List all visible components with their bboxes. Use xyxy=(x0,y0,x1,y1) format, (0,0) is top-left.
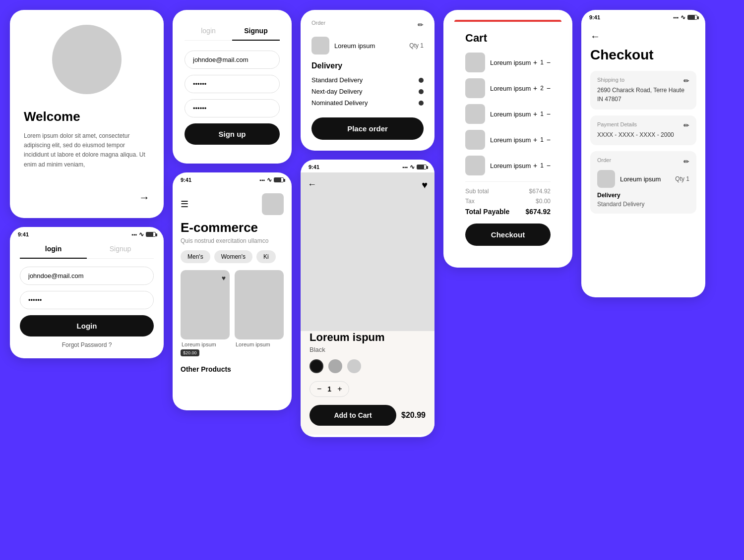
color-options xyxy=(310,359,426,373)
order-delivery-card: Order ✏ Loreum ipsum Qty 1 Delivery Stan… xyxy=(301,10,434,151)
cart-qty-3: + 1 − xyxy=(533,110,551,118)
radio-dot-2[interactable] xyxy=(419,89,424,94)
order-thumbnail xyxy=(311,37,329,55)
checkout-order-qty: Qty 1 xyxy=(675,175,689,182)
login-phone-card: 9:41 ▪▪▪ ∿ login Signup Login Forgot Pas… xyxy=(10,227,164,358)
cart-qty-val-3: 1 xyxy=(540,111,544,117)
cart-thumb-3 xyxy=(465,104,485,124)
heart-icon-1[interactable]: ♥ xyxy=(222,274,226,282)
payment-edit-icon[interactable]: ✏ xyxy=(683,121,689,129)
password-input[interactable] xyxy=(20,291,154,309)
cart-item-name-1: Loreum ipsum xyxy=(490,59,533,66)
subtotal-value: $674.92 xyxy=(529,188,551,195)
signup-card: login Signup Sign up xyxy=(173,10,292,164)
login-button[interactable]: Login xyxy=(20,315,154,336)
email-input[interactable] xyxy=(20,267,154,285)
product-time: 9:41 xyxy=(309,164,319,170)
cart-minus-1[interactable]: − xyxy=(547,58,551,66)
product-name: Loreum ispum xyxy=(310,331,426,344)
signup-button[interactable]: Sign up xyxy=(185,123,280,145)
ecommerce-header: ☰ xyxy=(173,185,292,220)
ecommerce-subtitle: Quis nostrud exercitation ullamco xyxy=(173,237,292,250)
cart-minus-5[interactable]: − xyxy=(547,162,551,169)
other-products-label: Other Products xyxy=(173,365,292,373)
checkout-content: ← Checkout Shipping to 2690 Charack Road… xyxy=(581,23,705,227)
tax-value: $0.00 xyxy=(536,198,551,205)
wifi-icon: ∿ xyxy=(267,176,272,183)
checkout-card: 9:41 ▪▪▪ ∿ ← Checkout Shipping to 2690 C… xyxy=(581,10,705,297)
signup-confirm-input[interactable] xyxy=(185,99,280,117)
checkout-order-row: Loreum ipsum Qty 1 xyxy=(597,170,689,188)
product-price-1: $20.00 xyxy=(181,349,199,356)
qty-plus-button[interactable]: + xyxy=(337,385,342,393)
signal-icon: ▪▪▪ xyxy=(131,232,137,237)
cart-minus-3[interactable]: − xyxy=(547,110,551,118)
checkout-button[interactable]: Checkout xyxy=(465,224,551,246)
cart-add-2[interactable]: + xyxy=(533,84,537,92)
time-display: 9:41 xyxy=(18,231,29,237)
radio-dot-1[interactable] xyxy=(419,78,424,83)
tab-signup[interactable]: Signup xyxy=(87,240,154,258)
checkout-status-icons: ▪▪▪ ∿ xyxy=(673,14,697,21)
product-thumb-2 xyxy=(235,270,284,339)
next-arrow-button[interactable]: → xyxy=(139,191,150,204)
product-item-1: ♥ Loreum ipsum $20.00 xyxy=(181,270,230,356)
hamburger-icon[interactable]: ☰ xyxy=(181,199,188,210)
delivery-title: Delivery xyxy=(311,61,424,70)
cart-add-5[interactable]: + xyxy=(533,162,537,169)
payment-section: Payment Details XXXX - XXXX - XXXX - 200… xyxy=(590,115,696,145)
color-option-lightgrey[interactable] xyxy=(347,359,361,373)
category-mens[interactable]: Men's xyxy=(181,250,210,263)
cart-add-3[interactable]: + xyxy=(533,110,537,118)
radio-dot-3[interactable] xyxy=(419,101,424,106)
shipping-edit-icon[interactable]: ✏ xyxy=(683,77,689,85)
total-value: $674.92 xyxy=(525,208,551,216)
qty-minus-button[interactable]: − xyxy=(317,385,321,393)
place-order-button[interactable]: Place order xyxy=(311,117,424,140)
cart-qty-4: + 1 − xyxy=(533,136,551,144)
cart-qty-val-4: 1 xyxy=(540,136,544,143)
cart-item-2: Loreum ipsum + 2 − xyxy=(465,78,551,98)
checkout-delivery-label: Delivery xyxy=(597,192,689,199)
login-form: Login Forgot Password ? xyxy=(10,267,164,358)
wifi-icon: ∿ xyxy=(410,164,415,170)
product-detail-card: 9:41 ▪▪▪ ∿ ← ♥ Loreum ispum Black xyxy=(301,160,434,437)
cart-item-1: Loreum ipsum + 1 − xyxy=(465,53,551,72)
delivery-standard-label: Standard Delivery xyxy=(311,76,363,84)
cart-minus-4[interactable]: − xyxy=(547,136,551,144)
product-heart-icon[interactable]: ♥ xyxy=(422,179,428,191)
back-button[interactable]: ← xyxy=(308,179,316,190)
order-edit-icon[interactable]: ✏ xyxy=(418,21,424,29)
cart-add-4[interactable]: + xyxy=(533,136,537,144)
checkout-status-bar: 9:41 ▪▪▪ ∿ xyxy=(581,10,705,23)
product-thumb-1: ♥ xyxy=(181,270,230,339)
checkout-order-name: Loreum ipsum xyxy=(620,175,670,183)
product-status-icons: ▪▪▪ ∿ xyxy=(402,164,427,170)
signup-email-input[interactable] xyxy=(185,51,280,69)
cart-item-4: Loreum ipsum + 1 − xyxy=(465,130,551,150)
tab-login[interactable]: login xyxy=(20,240,87,259)
signup-password-input[interactable] xyxy=(185,75,280,93)
main-grid: Welcome Lorem ipsum dolor sit amet, cons… xyxy=(10,10,734,446)
color-option-black[interactable] xyxy=(310,359,323,373)
welcome-card: Welcome Lorem ipsum dolor sit amet, cons… xyxy=(10,10,164,218)
checkout-back-button[interactable]: ← xyxy=(590,31,696,42)
delivery-option-2: Next-day Delivery xyxy=(311,88,424,95)
signup-form: Sign up xyxy=(185,51,280,150)
signup-tab-row: login Signup xyxy=(185,22,280,41)
forgot-password-link[interactable]: Forgot Password ? xyxy=(20,341,154,348)
tab-signup-active[interactable]: Signup xyxy=(232,22,280,41)
cart-add-1[interactable]: + xyxy=(533,58,537,66)
cart-minus-2[interactable]: − xyxy=(547,84,551,92)
qty-value: 1 xyxy=(327,385,331,393)
color-option-grey[interactable] xyxy=(328,359,342,373)
add-to-cart-button[interactable]: Add to Cart xyxy=(310,405,396,426)
category-womens[interactable]: Women's xyxy=(214,250,252,263)
payment-value: XXXX - XXXX - XXXX - 2000 xyxy=(597,130,689,139)
category-other[interactable]: Ki xyxy=(256,250,276,263)
order-edit-icon[interactable]: ✏ xyxy=(683,158,689,166)
tax-row: Tax $0.00 xyxy=(465,198,551,205)
cart-item-name-4: Loreum ipsum xyxy=(490,136,533,144)
tab-login-signup[interactable]: login xyxy=(185,22,232,41)
cart-item-name-2: Loreum ipsum xyxy=(490,85,533,92)
